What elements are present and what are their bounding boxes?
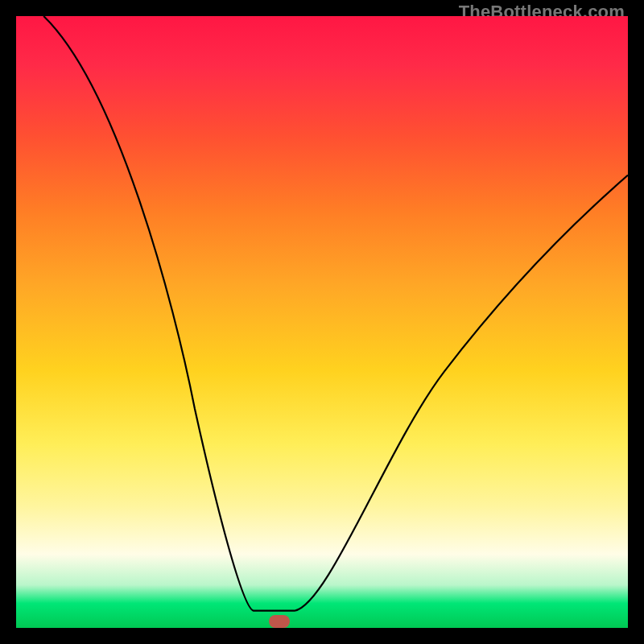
gradient-background bbox=[16, 16, 628, 628]
chart-frame bbox=[16, 16, 628, 628]
optimal-point-marker bbox=[269, 615, 290, 628]
